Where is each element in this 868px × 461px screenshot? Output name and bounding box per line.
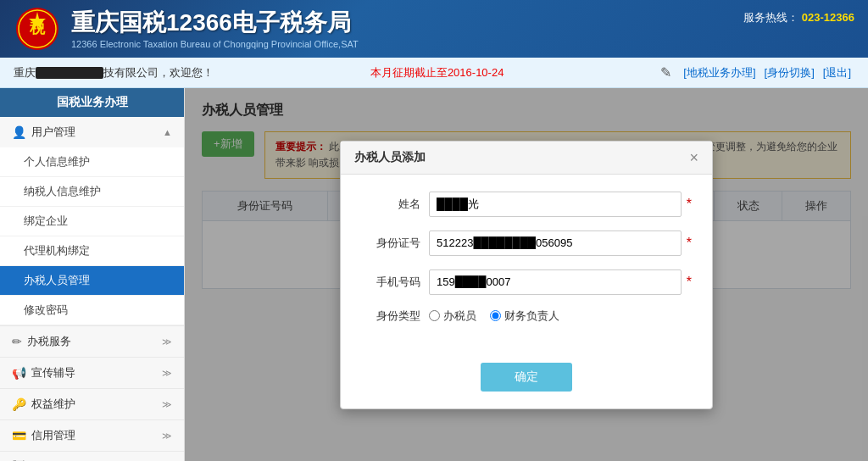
sidebar-section-tax-service: ✏ 办税服务 ≫ bbox=[0, 326, 184, 358]
modal-close-button[interactable]: × bbox=[689, 150, 698, 165]
sidebar-section-software: 💾 涉税软件下载 ≫ bbox=[0, 452, 184, 461]
radio-taxpayer-officer[interactable]: 办税员 bbox=[429, 308, 476, 324]
user-mgmt-icon: 👤 bbox=[12, 125, 26, 139]
form-row-identity-type: 身份类型 办税员 财务负责人 bbox=[361, 308, 692, 324]
phone-required-mark: * bbox=[687, 275, 692, 290]
form-label-identity-type: 身份类型 bbox=[361, 308, 420, 324]
confirm-button[interactable]: 确定 bbox=[481, 363, 572, 392]
form-row-phone: 手机号码 * bbox=[361, 269, 692, 295]
header-title-en: 12366 Electronic Taxation Bureau of Chon… bbox=[71, 39, 854, 49]
link-local-tax[interactable]: [地税业务办理] bbox=[680, 65, 759, 81]
modal-header: 办税人员添加 × bbox=[341, 142, 712, 175]
form-row-name: 姓名 * bbox=[361, 192, 692, 217]
modal-overlay: 办税人员添加 × 姓名 * 身份证号 * bbox=[185, 88, 868, 461]
header-hotline: 服务热线： 023-12366 bbox=[743, 10, 854, 25]
edit-icon[interactable]: ✎ bbox=[660, 64, 671, 81]
sidebar-section-user-mgmt-items: 个人信息维护 纳税人信息维护 绑定企业 代理机构绑定 办税人员管理 修改密码 bbox=[0, 147, 184, 325]
form-label-id: 身份证号 bbox=[361, 236, 420, 251]
chevron-down-icon-promo: ≫ bbox=[162, 368, 172, 379]
header-title-block: 重庆国税12366电子税务局 12366 Electronic Taxation… bbox=[71, 8, 854, 49]
sidebar-item-bind-agent[interactable]: 代理机构绑定 bbox=[0, 236, 184, 266]
link-logout[interactable]: [退出] bbox=[820, 65, 854, 81]
rights-icon: 🔑 bbox=[12, 397, 26, 411]
chevron-down-icon-rights: ≫ bbox=[162, 399, 172, 410]
tax-service-icon: ✏ bbox=[12, 335, 22, 348]
sidebar-item-taxpayer-info[interactable]: 纳税人信息维护 bbox=[0, 177, 184, 207]
header-title-cn: 重庆国税12366电子税务局 bbox=[71, 8, 854, 37]
sidebar-section-header-rights[interactable]: 🔑 权益维护 ≫ bbox=[0, 389, 184, 419]
sidebar: 国税业务办理 👤 用户管理 ▲ 个人信息维护 纳税人信息维护 绑定企业 代理机构… bbox=[0, 88, 185, 461]
sidebar-section-header-software[interactable]: 💾 涉税软件下载 ≫ bbox=[0, 452, 184, 461]
id-required-mark: * bbox=[687, 236, 692, 251]
radio-input-taxpayer[interactable] bbox=[429, 310, 440, 321]
modal-body: 姓名 * 身份证号 * 手机号码 * bbox=[341, 175, 712, 354]
sidebar-section-header-credit[interactable]: 💳 信用管理 ≫ bbox=[0, 420, 184, 451]
promotion-icon: 📢 bbox=[12, 366, 26, 380]
content-area: 办税人员管理 +新增 重要提示： 此步操作视为您同意该办税人员代表您的企业办理相… bbox=[185, 88, 868, 461]
identity-type-radio-group: 办税员 财务负责人 bbox=[429, 308, 692, 324]
sidebar-section-user-mgmt: 👤 用户管理 ▲ 个人信息维护 纳税人信息维护 绑定企业 代理机构绑定 办税人员… bbox=[0, 117, 184, 326]
header-logo: 税 bbox=[14, 5, 61, 53]
modal-title: 办税人员添加 bbox=[354, 150, 426, 165]
id-input[interactable] bbox=[429, 230, 682, 256]
subheader-links: ✎ [地税业务办理] [身份切换] [退出] bbox=[660, 64, 854, 81]
form-row-id: 身份证号 * bbox=[361, 230, 692, 256]
sidebar-item-tax-agent-mgmt[interactable]: 办税人员管理 bbox=[0, 266, 184, 296]
name-required-mark: * bbox=[687, 197, 692, 212]
sidebar-title: 国税业务办理 bbox=[0, 88, 184, 117]
modal-footer: 确定 bbox=[341, 354, 712, 408]
sidebar-item-personal-info[interactable]: 个人信息维护 bbox=[0, 147, 184, 177]
sidebar-section-header-tax-service[interactable]: ✏ 办税服务 ≫ bbox=[0, 326, 184, 357]
header: 税 重庆国税12366电子税务局 12366 Electronic Taxati… bbox=[0, 0, 868, 58]
sidebar-section-header-user-mgmt[interactable]: 👤 用户管理 ▲ bbox=[0, 117, 184, 147]
sidebar-section-rights: 🔑 权益维护 ≫ bbox=[0, 389, 184, 420]
subheader: 重庆技有限公司，欢迎您！ 本月征期截止至2016-10-24 ✎ [地税业务办理… bbox=[0, 58, 868, 88]
sidebar-section-promotion: 📢 宣传辅导 ≫ bbox=[0, 358, 184, 389]
credit-icon: 💳 bbox=[12, 429, 26, 442]
radio-input-finance[interactable] bbox=[490, 310, 501, 321]
form-label-name: 姓名 bbox=[361, 197, 420, 212]
chevron-up-icon: ▲ bbox=[163, 127, 172, 137]
sidebar-section-header-promotion[interactable]: 📢 宣传辅导 ≫ bbox=[0, 358, 184, 388]
modal-dialog: 办税人员添加 × 姓名 * 身份证号 * bbox=[340, 141, 713, 409]
chevron-down-icon-credit: ≫ bbox=[162, 430, 172, 442]
sidebar-item-bind-company[interactable]: 绑定企业 bbox=[0, 207, 184, 236]
sidebar-item-change-password[interactable]: 修改密码 bbox=[0, 296, 184, 325]
name-input[interactable] bbox=[429, 192, 682, 217]
link-switch-identity[interactable]: [身份切换] bbox=[761, 65, 818, 81]
main-layout: 国税业务办理 👤 用户管理 ▲ 个人信息维护 纳税人信息维护 绑定企业 代理机构… bbox=[0, 88, 868, 461]
subheader-notice: 本月征期截止至2016-10-24 bbox=[214, 65, 660, 81]
radio-finance-responsible[interactable]: 财务负责人 bbox=[490, 308, 559, 324]
sidebar-section-credit: 💳 信用管理 ≫ bbox=[0, 420, 184, 452]
phone-input[interactable] bbox=[429, 269, 682, 295]
subheader-welcome: 重庆技有限公司，欢迎您！ bbox=[14, 65, 214, 81]
form-label-phone: 手机号码 bbox=[361, 275, 420, 290]
chevron-down-icon-tax: ≫ bbox=[162, 336, 172, 347]
